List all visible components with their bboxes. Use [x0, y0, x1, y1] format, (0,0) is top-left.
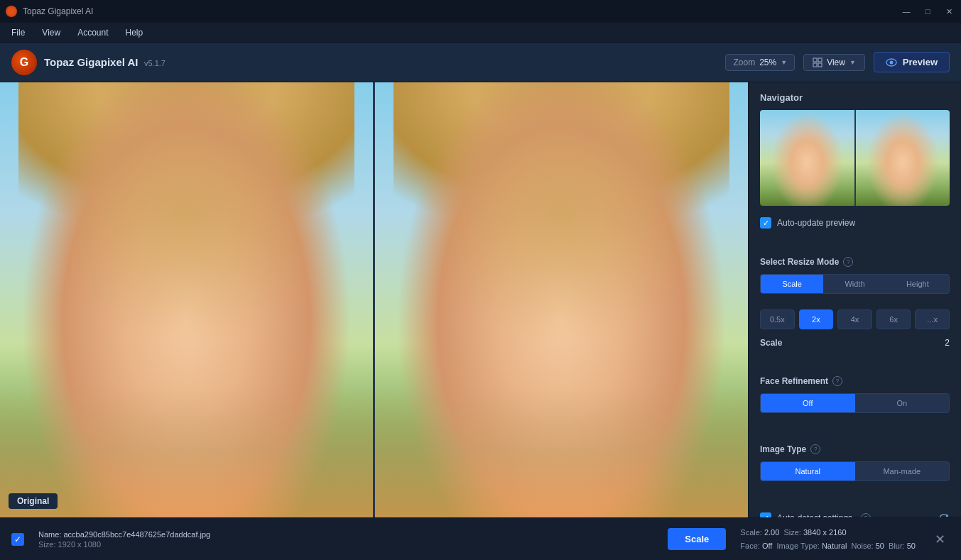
- file-size-label: Size:: [38, 540, 55, 549]
- menu-account[interactable]: Account: [69, 25, 116, 40]
- maximize-button[interactable]: □: [921, 5, 934, 18]
- output-size-value: 3840 x 2160: [803, 528, 847, 537]
- image-type-help-icon[interactable]: ?: [810, 444, 820, 454]
- image-type-section: Image Type ? Natural Man-made: [749, 434, 961, 497]
- navigator-title: Navigator: [760, 92, 950, 103]
- zoom-label: Zoom: [733, 57, 755, 67]
- image-area[interactable]: Original: [0, 82, 748, 517]
- scale-btn-custom[interactable]: ...x: [915, 309, 950, 329]
- bottom-bar: ✓ Name: accba290c85bcc7e4487625e7daddcaf…: [0, 517, 961, 560]
- face-refinement-label-row: Face Refinement ?: [760, 376, 950, 386]
- output-params: Face: Off Image Type: Natural Noise: 50 …: [740, 539, 916, 553]
- svg-point-5: [889, 60, 893, 64]
- zoom-control[interactable]: Zoom 25% ▼: [725, 54, 795, 71]
- navigator-thumbnail[interactable]: [760, 110, 950, 206]
- auto-detect-row: ✓ Auto-detect settings ?: [760, 512, 950, 517]
- output-info: Scale: 2.00 Size: 3840 x 2160 Face: Off …: [740, 526, 916, 552]
- image-type-label: Image Type: [760, 444, 806, 454]
- face-refinement-group: Off On: [760, 393, 950, 413]
- view-label: View: [827, 57, 845, 67]
- resize-mode-height[interactable]: Height: [886, 275, 949, 293]
- app-version: v5.1.7: [144, 59, 165, 67]
- menu-file[interactable]: File: [3, 25, 33, 40]
- output-noise-value: 50: [876, 542, 884, 550]
- file-size-value: 1920 x 1080: [58, 540, 102, 549]
- view-button[interactable]: View ▼: [803, 54, 865, 71]
- chevron-down-icon: ▼: [781, 59, 787, 66]
- file-name-value: accba290c85bcc7e4487625e7daddcaf.jpg: [63, 530, 210, 539]
- scale-btn-4x[interactable]: 4x: [837, 309, 872, 329]
- face-refinement-label: Face Refinement: [760, 376, 828, 386]
- main-layout: Original Navigator: [0, 82, 961, 517]
- nav-original-half: [760, 110, 854, 206]
- scale-value-row: Scale 2: [760, 335, 950, 353]
- resize-mode-label: Select Resize Mode: [760, 257, 839, 267]
- resize-mode-width[interactable]: Width: [823, 275, 886, 293]
- face-off-btn[interactable]: Off: [761, 394, 855, 412]
- zoom-value: 25%: [759, 57, 776, 67]
- app-icon: [6, 6, 17, 17]
- scale-action-button[interactable]: Scale: [668, 528, 726, 550]
- processed-image: [375, 82, 748, 517]
- output-blur-value: 50: [907, 542, 916, 550]
- file-checkbox[interactable]: ✓: [11, 533, 24, 546]
- refresh-icon[interactable]: [938, 512, 950, 517]
- preview-label: Preview: [903, 57, 938, 67]
- scale-value: 2: [945, 338, 950, 348]
- svg-rect-2: [813, 63, 817, 67]
- scale-btn-0.5x[interactable]: 0.5x: [760, 309, 795, 329]
- app-title: Topaz Gigapixel AI: [44, 56, 139, 68]
- resize-mode-group: Scale Width Height: [760, 274, 950, 294]
- app-title-group: Topaz Gigapixel AI v5.1.7: [44, 56, 165, 69]
- minimize-button[interactable]: —: [900, 5, 913, 18]
- titlebar-controls: — □ ✕: [900, 5, 955, 18]
- scale-buttons-section: 0.5x 2x 4x 6x ...x Scale 2: [749, 309, 961, 361]
- output-scale-value: 2.00: [764, 528, 779, 537]
- auto-update-section: ✓ Auto-update preview: [749, 213, 961, 241]
- menubar: File View Account Help: [0, 23, 961, 43]
- preview-button[interactable]: Preview: [874, 52, 950, 72]
- svg-rect-0: [813, 58, 817, 62]
- image-type-natural[interactable]: Natural: [761, 462, 855, 481]
- image-type-label-row: Image Type ?: [760, 444, 950, 454]
- original-label: Original: [9, 493, 58, 509]
- app-header: G Topaz Gigapixel AI v5.1.7 Zoom 25% ▼ V…: [0, 43, 961, 82]
- navigator-section: Navigator: [749, 82, 961, 213]
- auto-detect-help-icon[interactable]: ?: [861, 513, 871, 517]
- nav-original-image: [760, 110, 854, 206]
- scale-btn-6x[interactable]: 6x: [876, 309, 911, 329]
- scale-buttons: 0.5x 2x 4x 6x ...x: [760, 309, 950, 329]
- auto-detect-section: ✓ Auto-detect settings ?: [749, 503, 961, 517]
- file-size: Size: 1920 x 1080: [38, 540, 653, 549]
- output-scale-size: Scale: 2.00 Size: 3840 x 2160: [740, 526, 916, 539]
- resize-mode-help-icon[interactable]: ?: [843, 257, 853, 267]
- processed-image-pane: [375, 82, 748, 517]
- titlebar: Topaz Gigapixel AI — □ ✕: [0, 0, 961, 23]
- close-window-button[interactable]: ✕: [943, 5, 955, 18]
- face-on-btn[interactable]: On: [855, 394, 950, 412]
- close-file-button[interactable]: ✕: [930, 529, 950, 549]
- resize-mode-section: Select Resize Mode ? Scale Width Height: [749, 247, 961, 309]
- face-refinement-help-icon[interactable]: ?: [832, 376, 842, 386]
- auto-update-row: ✓ Auto-update preview: [760, 217, 950, 229]
- auto-detect-label: Auto-detect settings: [777, 513, 852, 517]
- image-type-manmade[interactable]: Man-made: [855, 462, 950, 481]
- original-image-pane: Original: [0, 82, 373, 517]
- titlebar-left: Topaz Gigapixel AI: [6, 6, 93, 17]
- menu-view[interactable]: View: [33, 25, 69, 40]
- right-panel: Navigator ✓ Auto-update preview Sele: [748, 82, 961, 517]
- auto-update-checkbox[interactable]: ✓: [760, 217, 771, 229]
- scale-btn-2x[interactable]: 2x: [799, 309, 834, 329]
- output-image-type: Natural: [822, 542, 847, 550]
- svg-rect-3: [818, 63, 822, 67]
- face-refinement-section: Face Refinement ? Off On: [749, 366, 961, 429]
- auto-detect-checkbox[interactable]: ✓: [760, 512, 771, 517]
- resize-mode-scale[interactable]: Scale: [761, 275, 823, 293]
- menu-help[interactable]: Help: [117, 25, 152, 40]
- image-type-group: Natural Man-made: [760, 461, 950, 481]
- output-face-value: Off: [762, 542, 772, 550]
- svg-rect-1: [818, 58, 822, 62]
- header-controls: Zoom 25% ▼ View ▼ Preview: [725, 52, 950, 72]
- eye-icon: [886, 58, 897, 67]
- nav-processed-image: [856, 110, 950, 206]
